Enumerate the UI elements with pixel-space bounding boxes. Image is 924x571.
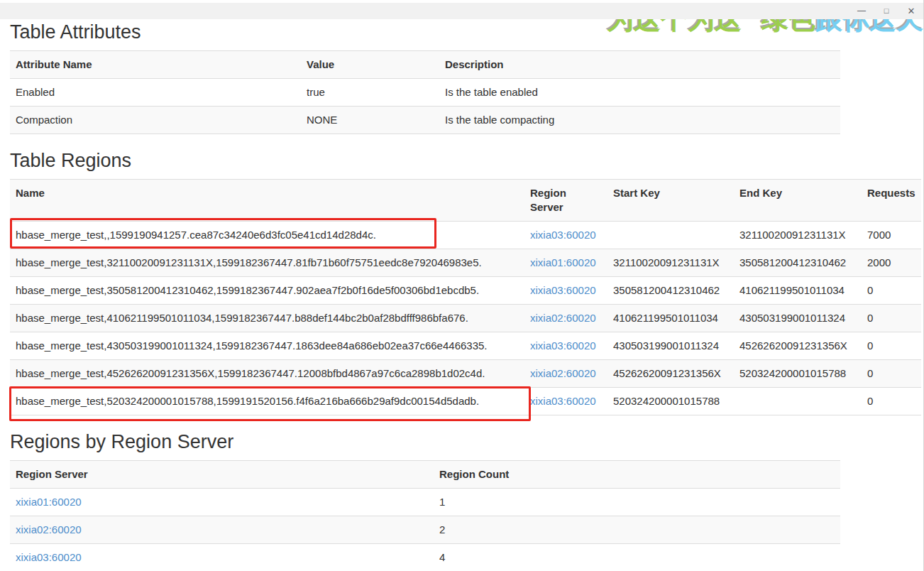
region-name-cell: hbase_merge_test,32110020091231131X,1599…	[10, 249, 524, 277]
requests-cell: 0	[862, 332, 921, 360]
start-key-cell: 410621199501011034	[607, 305, 734, 332]
section-title-table-regions: Table Regions	[10, 150, 921, 171]
region-server-link[interactable]: xixia02:60020	[16, 523, 82, 535]
region-server-link[interactable]: xixia02:60020	[530, 312, 596, 324]
server-row: xixia02:60020 2	[10, 516, 840, 544]
server-row: xixia03:60020 4	[10, 544, 840, 571]
col-end-key: End Key	[734, 180, 862, 222]
region-count-cell: 1	[434, 489, 840, 516]
requests-cell: 0	[862, 388, 921, 415]
region-server-link[interactable]: xixia03:60020	[530, 229, 596, 241]
region-count-cell: 2	[434, 516, 840, 544]
requests-cell: 0	[862, 360, 921, 388]
end-key-cell: 430503199001011324	[734, 305, 862, 332]
minimize-icon[interactable]: —	[853, 3, 870, 19]
end-key-cell: 520324200001015788	[734, 360, 862, 388]
server-row: xixia01:60020 1	[10, 489, 840, 516]
window-controls: — □ ✕	[845, 3, 920, 19]
requests-cell: 7000	[862, 222, 921, 249]
col-name: Name	[10, 180, 524, 222]
region-count-cell: 4	[434, 544, 840, 571]
table-regions-table: Name Region Server Start Key End Key Req…	[10, 179, 921, 415]
region-name-cell: hbase_merge_test,520324200001015788,1599…	[10, 388, 524, 415]
start-key-cell: 430503199001011324	[607, 332, 734, 360]
col-start-key: Start Key	[607, 180, 734, 222]
table-row: Compaction NONE Is the table compacting	[10, 107, 840, 134]
attribute-description-cell: Is the table enabled	[439, 79, 840, 107]
col-requests: Requests	[862, 180, 921, 222]
col-attribute-name: Attribute Name	[10, 51, 301, 79]
maximize-icon[interactable]: □	[878, 3, 895, 19]
regions-by-server-header-row: Region Server Region Count	[10, 461, 840, 489]
col-value: Value	[301, 51, 439, 79]
requests-cell: 0	[862, 277, 921, 305]
end-key-cell: 350581200412310462	[734, 249, 862, 277]
region-name-cell: hbase_merge_test,350581200412310462,1599…	[10, 277, 524, 305]
region-server-link[interactable]: xixia01:60020	[16, 496, 82, 508]
region-server-link[interactable]: xixia02:60020	[530, 367, 596, 379]
region-row: hbase_merge_test,,1599190941257.cea87c34…	[10, 222, 921, 249]
attribute-value-cell: true	[301, 79, 439, 107]
window-titlebar: — □ ✕	[0, 0, 924, 19]
start-key-cell: 520324200001015788	[607, 388, 734, 415]
requests-cell: 0	[862, 305, 921, 332]
section-title-regions-by-server: Regions by Region Server	[10, 431, 921, 452]
region-server-link[interactable]: xixia01:60020	[530, 256, 596, 268]
region-server-link[interactable]: xixia03:60020	[530, 395, 596, 407]
col-region-count: Region Count	[434, 461, 840, 489]
start-key-cell: 45262620091231356X	[607, 360, 734, 388]
close-icon[interactable]: ✕	[903, 3, 920, 19]
start-key-cell: 350581200412310462	[607, 277, 734, 305]
attribute-description-cell: Is the table compacting	[439, 107, 840, 134]
requests-cell: 2000	[862, 249, 921, 277]
region-name-cell: hbase_merge_test,430503199001011324,1599…	[10, 332, 524, 360]
end-key-cell: 32110020091231131X	[734, 222, 862, 249]
region-row: hbase_merge_test,410621199501011034,1599…	[10, 305, 921, 332]
start-key-cell: 32110020091231131X	[607, 249, 734, 277]
region-row: hbase_merge_test,430503199001011324,1599…	[10, 332, 921, 360]
region-server-link[interactable]: xixia03:60020	[530, 284, 596, 296]
start-key-cell	[607, 222, 734, 249]
region-name-cell: hbase_merge_test,,1599190941257.cea87c34…	[10, 222, 524, 249]
region-row: hbase_merge_test,520324200001015788,1599…	[10, 388, 921, 415]
attribute-name-cell: Compaction	[10, 107, 301, 134]
attribute-name-cell: Enabled	[10, 79, 301, 107]
end-key-cell	[734, 388, 862, 415]
col-region-server: Region Server	[524, 180, 607, 222]
table-attributes-table: Attribute Name Value Description Enabled…	[10, 50, 840, 134]
region-row: hbase_merge_test,45262620091231356X,1599…	[10, 360, 921, 388]
attribute-value-cell: NONE	[301, 107, 439, 134]
col-region-server: Region Server	[10, 461, 434, 489]
region-name-cell: hbase_merge_test,410621199501011034,1599…	[10, 305, 524, 332]
region-server-link[interactable]: xixia03:60020	[16, 551, 82, 563]
table-regions-header-row: Name Region Server Start Key End Key Req…	[10, 180, 921, 222]
end-key-cell: 45262620091231356X	[734, 332, 862, 360]
page-content: Table Attributes Attribute Name Value De…	[10, 19, 921, 571]
region-server-link[interactable]: xixia03:60020	[530, 339, 596, 352]
region-name-cell: hbase_merge_test,45262620091231356X,1599…	[10, 360, 524, 388]
region-row: hbase_merge_test,32110020091231131X,1599…	[10, 249, 921, 277]
table-attributes-header-row: Attribute Name Value Description	[10, 51, 840, 79]
col-description: Description	[439, 51, 840, 79]
table-row: Enabled true Is the table enabled	[10, 79, 840, 107]
end-key-cell: 410621199501011034	[734, 277, 862, 305]
region-row: hbase_merge_test,350581200412310462,1599…	[10, 277, 921, 305]
regions-by-server-table: Region Server Region Count xixia01:60020…	[10, 460, 840, 571]
